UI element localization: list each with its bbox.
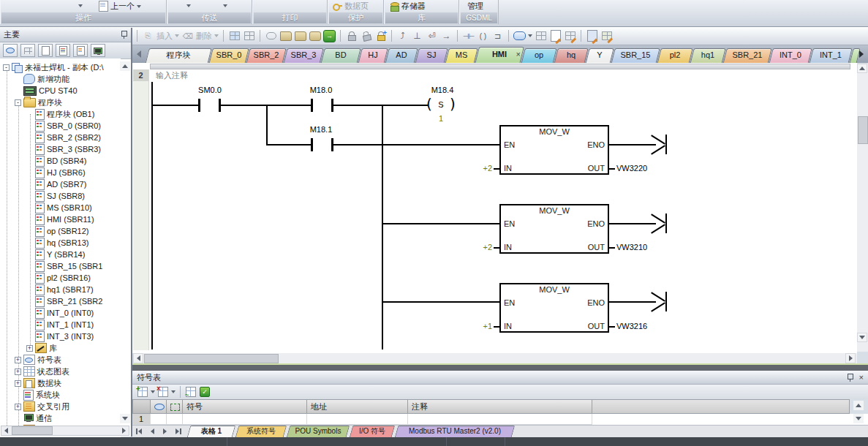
symbol-cell[interactable] [307, 414, 408, 425]
contact-bar[interactable] [198, 99, 200, 112]
tree-item-SBR_15-SBR1[interactable]: SBR_15 (SBR1 [26, 260, 102, 272]
manage-button[interactable]: 管理 [467, 0, 483, 12]
symbol-tab-表格-1[interactable]: 表格 1 [189, 426, 234, 437]
delete-caret[interactable] [214, 34, 219, 37]
tree-item-数据块[interactable]: +数据块 [15, 377, 61, 389]
tree-item-INT_1-INT1-[interactable]: INT_1 (INT1) [26, 319, 94, 330]
contact-operand[interactable]: M18.1 [303, 125, 339, 134]
network-number[interactable]: 2 [133, 69, 148, 81]
next-table-icon[interactable] [160, 427, 170, 436]
pou-tab-hq1[interactable]: hq1 [692, 48, 724, 63]
unlock-icon[interactable] [360, 30, 372, 42]
symbol-scroll-up[interactable] [853, 401, 864, 410]
ladder-hscroll-thumb[interactable] [144, 354, 279, 363]
collapse-icon[interactable]: - [15, 99, 21, 106]
column-symbol[interactable]: 符号 [183, 399, 307, 414]
tree-item-SBR_0-SBR0-[interactable]: SBR_0 (SBR0) [26, 120, 101, 132]
insert-contact-icon[interactable]: ⊣⊢ [462, 30, 475, 42]
sort-symbols-icon[interactable]: ~ [185, 387, 197, 398]
tree-item-系统块[interactable]: 系统块 [15, 389, 60, 401]
symbol-tab-Modbus-RTU-Master2-v2-0-[interactable]: Modbus RTU Master2 (v2.0) [396, 426, 513, 437]
pou-tab-程序块[interactable]: 程序块 [147, 48, 210, 63]
ladder-scroll-up[interactable] [857, 64, 867, 73]
tree-item-MS-SBR10-[interactable]: MS (SBR10) [26, 202, 92, 213]
pin-icon[interactable] [121, 31, 127, 39]
coil-tool-icon[interactable] [265, 30, 277, 42]
bookmark-prev-icon[interactable] [279, 30, 292, 42]
ladder-scroll-down[interactable] [857, 333, 867, 342]
pou-tab-MS[interactable]: MS [447, 48, 476, 63]
insert-label[interactable]: 插入 [156, 31, 173, 42]
pou-tab-BD[interactable]: BD [322, 48, 359, 63]
address-tag-caret[interactable] [528, 34, 532, 37]
tree-item-程序块[interactable]: -程序块 [15, 97, 62, 108]
tab-scroll-left-icon[interactable] [137, 50, 141, 58]
contact-operand[interactable]: M18.0 [303, 86, 339, 94]
box-out-operand[interactable]: VW3216 [616, 322, 660, 330]
lock-add-icon[interactable]: + [374, 30, 387, 42]
ladder-scroll-left[interactable] [133, 353, 143, 363]
expand-icon[interactable]: + [15, 368, 21, 375]
tree-item-来福士焊机-副本-D-[interactable]: -来福士焊机 - 副本 (D:\ [3, 61, 104, 73]
tree-item-新增功能[interactable]: 新增功能 [15, 73, 69, 85]
tree-item-交叉引用[interactable]: +交叉引用 [15, 401, 69, 412]
symbol-icon-column[interactable] [151, 399, 167, 414]
table-icon[interactable] [535, 30, 547, 42]
insert-box-icon[interactable]: ⊐ [491, 30, 504, 42]
operation-dropdown-caret[interactable] [78, 4, 83, 7]
insert-icon[interactable]: ⎘ [142, 30, 154, 42]
communication-icon[interactable] [91, 44, 105, 57]
pou-tab-op[interactable]: op [523, 48, 555, 63]
row-number[interactable]: 1 [132, 414, 151, 425]
tree-item-SBR_3-SBR3-[interactable]: SBR_3 (SBR3) [26, 143, 101, 155]
bookmark-toggle-icon[interactable] [309, 30, 321, 42]
tree-item-HMI-SBR11-[interactable]: HMI (SBR11) [26, 213, 94, 225]
prev-table-icon[interactable] [148, 427, 157, 436]
pou-tab-INT_0[interactable]: INT_0 [771, 48, 810, 63]
tree-item-SBR_21-SBR2[interactable]: SBR_21 (SBR2 [26, 295, 102, 307]
collapse-icon[interactable]: - [3, 64, 10, 71]
expand-icon[interactable]: + [15, 357, 21, 363]
tree-item-通信[interactable]: 通信 [15, 412, 52, 424]
branch-down-icon[interactable]: ⤴ [396, 30, 409, 42]
table-edit-icon[interactable] [564, 30, 576, 42]
ladder-vscroll-thumb[interactable] [858, 116, 868, 144]
symbol-cell[interactable] [183, 414, 307, 425]
mov-w-box[interactable]: MOV_W EN ENO IN OUT [499, 283, 609, 333]
system-block-icon[interactable] [56, 44, 70, 57]
tree-scroll-left[interactable] [1, 426, 11, 435]
tree-item-SBR_2-SBR2-[interactable]: SBR_2 (SBR2) [26, 132, 101, 143]
symbol-pin-icon[interactable] [847, 374, 853, 382]
tree-hscroll-thumb[interactable] [12, 426, 53, 435]
line-up-icon[interactable]: ⏎ [426, 30, 438, 42]
branch-tee-icon[interactable]: ⊥ [411, 30, 423, 42]
box-in-operand[interactable]: +2 [470, 243, 492, 252]
pou-tab-SBR_15[interactable]: SBR_15 [613, 48, 658, 63]
symbol-close-icon[interactable]: × [859, 373, 864, 382]
ladder-vscrollbar[interactable] [857, 64, 868, 352]
tree-item-hq-SBR13-[interactable]: hq (SBR13) [26, 237, 88, 249]
tree-item-INT_0-INT0-[interactable]: INT_0 (INT0) [26, 307, 94, 319]
edit-doc-icon[interactable] [549, 30, 562, 42]
pou-tab-HMI[interactable]: HMI× [477, 47, 522, 63]
expand-icon[interactable]: + [26, 345, 33, 352]
contact-bar[interactable] [311, 138, 313, 151]
tree-item-库[interactable]: +库 [26, 342, 57, 354]
tree-scroll-right[interactable] [119, 426, 129, 435]
pou-tab-INT_1[interactable]: INT_1 [811, 48, 850, 63]
first-table-icon[interactable] [135, 427, 145, 436]
address-tag-icon[interactable] [513, 30, 526, 42]
pou-tab-SBR_3[interactable]: SBR_3 [285, 48, 322, 63]
network-select-all-icon[interactable] [243, 30, 255, 42]
goto-icon[interactable]: → [323, 30, 336, 42]
tree-item-HJ-SBR6-[interactable]: HJ (SBR6) [26, 167, 86, 178]
pou-tab-partial[interactable] [851, 48, 858, 63]
memory-button[interactable]: 存储器 [390, 0, 426, 12]
box-in-operand[interactable]: +1 [470, 322, 492, 330]
delete-symbol-row-icon[interactable]: × [157, 387, 169, 398]
address-icon-column[interactable] [167, 399, 183, 414]
previous-button[interactable]: 上一个 [99, 0, 141, 12]
coil-operand[interactable]: M18.4 [424, 86, 461, 94]
delete-symbol-caret[interactable] [171, 390, 176, 393]
symbol-tab-系统符号[interactable]: 系统符号 [237, 426, 285, 437]
